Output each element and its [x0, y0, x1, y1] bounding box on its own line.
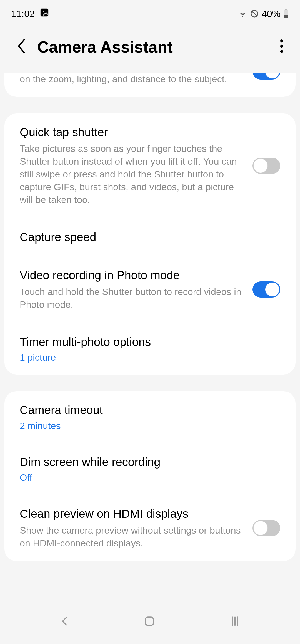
setting-label: Video recording in Photo mode: [20, 268, 241, 283]
system-nav-bar: [0, 605, 300, 644]
svg-point-1: [42, 11, 44, 12]
svg-rect-4: [285, 9, 287, 10]
setting-value: Off: [20, 472, 272, 483]
setting-value: 1 picture: [20, 352, 272, 363]
setting-label: Timer multi-photo options: [20, 335, 272, 350]
setting-auto-lens-switch[interactable]: on the zoom, lighting, and distance to t…: [4, 73, 296, 97]
setting-capture-speed[interactable]: Capture speed: [4, 218, 296, 257]
setting-dim-screen-recording[interactable]: Dim screen while recording Off: [4, 443, 296, 495]
setting-desc: on the zoom, lighting, and distance to t…: [20, 73, 241, 86]
setting-label: Capture speed: [20, 230, 272, 245]
setting-label: Camera timeout: [20, 403, 272, 418]
setting-video-in-photo-mode[interactable]: Video recording in Photo mode Touch and …: [4, 256, 296, 323]
svg-point-9: [280, 50, 283, 53]
nav-recents-button[interactable]: [212, 610, 258, 634]
nav-back-button[interactable]: [42, 610, 87, 633]
svg-line-3: [252, 11, 257, 16]
svg-rect-0: [41, 9, 48, 16]
status-left: 11:02: [11, 8, 49, 19]
setting-quick-tap-shutter[interactable]: Quick tap shutter Take pictures as soon …: [4, 113, 296, 218]
more-options-button[interactable]: [272, 37, 292, 57]
setting-desc: Take pictures as soon as your finger tou…: [20, 142, 241, 206]
svg-point-8: [280, 45, 283, 48]
toggle-video-in-photo-mode[interactable]: [252, 281, 280, 298]
setting-timer-multi-photo[interactable]: Timer multi-photo options 1 picture: [4, 323, 296, 375]
setting-desc: Show the camera preview without settings…: [20, 524, 241, 550]
setting-value: 2 minutes: [20, 420, 272, 431]
svg-rect-6: [284, 15, 288, 18]
settings-group-2: Camera timeout 2 minutes Dim screen whil…: [4, 391, 296, 561]
status-bar: 11:02 40%: [0, 0, 300, 25]
settings-group-0: on the zoom, lighting, and distance to t…: [4, 73, 296, 97]
status-time: 11:02: [11, 8, 35, 19]
toggle-clean-hdmi-preview[interactable]: [252, 520, 280, 536]
setting-clean-hdmi-preview[interactable]: Clean preview on HDMI displays Show the …: [4, 495, 296, 561]
no-signal-icon: [250, 9, 259, 18]
setting-label: Dim screen while recording: [20, 455, 272, 470]
nav-home-button[interactable]: [127, 610, 172, 634]
setting-label: Quick tap shutter: [20, 125, 241, 140]
page-title: Camera Assistant: [37, 38, 272, 56]
settings-group-1: Quick tap shutter Take pictures as soon …: [4, 113, 296, 375]
setting-label: Clean preview on HDMI displays: [20, 507, 241, 521]
battery-text: 40%: [262, 8, 281, 19]
setting-desc: Touch and hold the Shutter button to rec…: [20, 286, 241, 311]
status-right: 40%: [238, 8, 289, 19]
toggle-auto-lens-switch[interactable]: [252, 73, 280, 80]
gallery-icon: [40, 8, 49, 19]
back-button[interactable]: [11, 36, 34, 57]
svg-rect-10: [145, 617, 153, 625]
app-header: Camera Assistant: [0, 25, 300, 74]
battery-icon: [283, 9, 289, 18]
setting-camera-timeout[interactable]: Camera timeout 2 minutes: [4, 391, 296, 443]
wifi-icon: [238, 9, 247, 18]
toggle-quick-tap-shutter[interactable]: [252, 158, 280, 174]
svg-point-7: [280, 39, 283, 42]
